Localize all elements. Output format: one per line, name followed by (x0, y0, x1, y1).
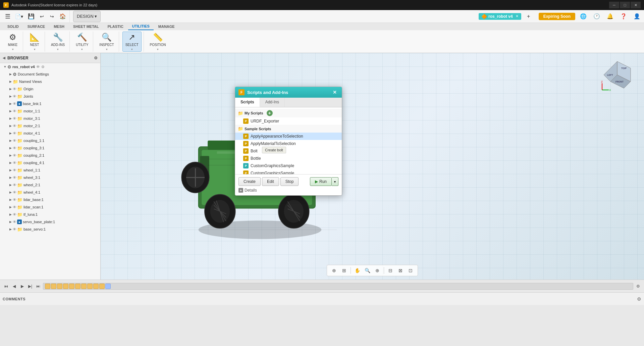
menu-button[interactable]: ☰ (3, 11, 12, 22)
browser-item-origin[interactable]: ▶ 👁 📁 Origin (0, 85, 100, 93)
clock-button[interactable]: 🕐 (591, 11, 602, 22)
vp-grid-button[interactable]: ⊞ (340, 266, 348, 275)
browser-item-tf-luna[interactable]: ▶ 👁 📁 tf_luna:1 (0, 211, 100, 218)
timeline-settings-button[interactable]: ⚙ (635, 283, 641, 290)
scripts-dialog-close-button[interactable]: ✕ (331, 89, 338, 96)
tab-sheet-metal[interactable]: SHEET METAL (69, 23, 103, 30)
browser-item-lidar-scan[interactable]: ▶ 👁 📁 lidar_scan:1 (0, 203, 100, 211)
browser-item-coupling-3[interactable]: ▶ 👁 📁 coupling_3:1 (0, 144, 100, 152)
vp-measure-button[interactable]: ⊕ (330, 266, 338, 275)
make-button[interactable]: ⚙ MAKE ▾ (5, 32, 21, 52)
redo-button[interactable]: ↪ (47, 11, 57, 22)
script-item-urdf-exporter[interactable]: P URDF_Exporter (235, 117, 342, 125)
timeline-marker-7[interactable] (81, 284, 87, 289)
tab-add-ins[interactable]: Add-Ins (260, 98, 285, 107)
browser-item-wheel-2[interactable]: ▶ 👁 📁 wheel_2:1 (0, 181, 100, 189)
timeline-marker-9[interactable] (93, 284, 99, 289)
browser-item-base-link[interactable]: ▶ 👁 ■ base_link:1 (0, 100, 100, 107)
timeline-marker-6[interactable] (75, 284, 80, 289)
add-script-button[interactable]: + (267, 110, 273, 116)
design-dropdown[interactable]: DESIGN ▾ (73, 11, 101, 22)
add-tab-button[interactable]: + (524, 11, 533, 22)
run-button[interactable]: ▶ Run (310, 177, 332, 186)
script-item-apply-material[interactable]: P ApplyMaterialToSelection (235, 140, 342, 147)
comments-settings-icon[interactable]: ⚙ (637, 296, 641, 302)
tab-utilities[interactable]: UTILITIES (128, 23, 154, 30)
timeline-marker-3[interactable] (57, 284, 62, 289)
tab-close-icon[interactable]: ✕ (516, 14, 519, 18)
browser-item-motor-2[interactable]: ▶ 👁 📁 motor_2:1 (0, 122, 100, 130)
browser-item-coupling-2[interactable]: ▶ 👁 📁 coupling_2:1 (0, 152, 100, 159)
viewport[interactable]: TOP FRONT LEFT Z X F Scripts and Add-Ins… (101, 53, 644, 280)
browser-item-motor-1[interactable]: ▶ 👁 📁 motor_1:1 (0, 107, 100, 115)
browser-item-coupling-1[interactable]: ▶ 👁 📁 coupling_1:1 (0, 137, 100, 144)
nest-button[interactable]: 📐 NEST ▾ (26, 32, 43, 52)
browser-item-root[interactable]: ▼ ⚙ ros_robot v4 👁 ⚙ (0, 63, 100, 70)
run-dropdown-button[interactable]: ▾ (332, 177, 338, 186)
navcube[interactable]: TOP FRONT LEFT Z X (600, 60, 634, 93)
timeline-track[interactable] (43, 283, 633, 290)
browser-online-button[interactable]: 🌐 (578, 11, 589, 22)
browser-content[interactable]: ▼ ⚙ ros_robot v4 👁 ⚙ ▶ ⚙ Document Settin… (0, 63, 100, 280)
vp-zoom-fit-button[interactable]: ⊕ (373, 266, 382, 275)
select-button[interactable]: ↗ SELECT ▾ (122, 32, 142, 52)
expiring-soon-button[interactable]: Expiring Soon (539, 13, 575, 20)
browser-item-wheel-4[interactable]: ▶ 👁 📁 wheel_4:1 (0, 189, 100, 196)
browser-item-coupling-4[interactable]: ▶ 👁 📁 coupling_4:1 (0, 159, 100, 166)
browser-item-base-servo[interactable]: ▶ 👁 📁 base_servo:1 (0, 226, 100, 233)
home-button[interactable]: 🏠 (57, 11, 68, 22)
undo-button[interactable]: ↩ (37, 11, 47, 22)
tab-plastic[interactable]: PLASTIC (104, 23, 127, 30)
tab-surface[interactable]: SURFACE (23, 23, 49, 30)
browser-item-named-views[interactable]: ▶ 📁 Named Views (0, 78, 100, 85)
vp-display-mode-button[interactable]: ⊟ (386, 266, 395, 275)
browser-item-joints[interactable]: ▶ 👁 📁 Joints (0, 93, 100, 100)
browser-item-motor-3[interactable]: ▶ 👁 📁 motor_3:1 (0, 115, 100, 122)
vp-pan-button[interactable]: ✋ (353, 266, 362, 275)
scripts-details-section[interactable]: + Details (238, 188, 338, 193)
timeline-marker-11[interactable] (105, 284, 111, 289)
save-button[interactable]: 💾 (26, 11, 37, 22)
stop-button[interactable]: Stop (280, 177, 299, 186)
browser-item-wheel-1[interactable]: ▶ 👁 📁 wheel_1:1 (0, 166, 100, 174)
scripts-list[interactable]: 📁 My Scripts + P URDF_Exporter 📁 Sample … (235, 107, 342, 175)
browser-settings-icon[interactable]: ⚙ (94, 56, 98, 60)
vp-zoom-button[interactable]: 🔍 (363, 266, 372, 275)
timeline-next-button[interactable]: ▶| (27, 283, 34, 290)
timeline-marker-5[interactable] (69, 284, 74, 289)
inspect-button[interactable]: 🔍 INSPECT ▾ (97, 32, 116, 52)
addins-button[interactable]: 🔧 ADD-INS ▾ (48, 32, 67, 52)
script-item-bottle[interactable]: P Bottle (235, 155, 342, 162)
edit-button[interactable]: Edit (262, 177, 279, 186)
timeline-marker-1[interactable] (45, 284, 50, 289)
timeline-last-button[interactable]: ⏭ (35, 283, 42, 290)
create-button[interactable]: Create (238, 177, 261, 186)
browser-item-wheel-3[interactable]: ▶ 👁 📁 wheel_3:1 (0, 174, 100, 181)
tab-solid[interactable]: SOLID (3, 23, 23, 30)
tab-mesh[interactable]: MESH (50, 23, 68, 30)
timeline-first-button[interactable]: ⏮ (3, 283, 9, 290)
vp-grid-snap-button[interactable]: ⊡ (406, 266, 415, 275)
timeline-play-button[interactable]: ▶ (19, 283, 25, 290)
utility-button[interactable]: 🔨 UTILITY ▾ (73, 32, 91, 52)
close-button[interactable]: ✕ (631, 2, 641, 8)
browser-item-servo-base-plate[interactable]: ▶ 👁 ■ servo_base_plate:1 (0, 218, 100, 226)
user-button[interactable]: 👤 (632, 11, 642, 22)
file-button[interactable]: 📄▾ (13, 11, 25, 22)
timeline-marker-8[interactable] (87, 284, 93, 289)
browser-item-lidar-base[interactable]: ▶ 👁 📁 lidar_base:1 (0, 196, 100, 203)
vp-section-button[interactable]: ⊠ (396, 266, 405, 275)
position-button[interactable]: 📏 POSITION ▾ (147, 32, 169, 52)
help-button[interactable]: ❓ (618, 11, 629, 22)
script-item-custom-graphics-2[interactable]: P CustomGraphicsSample (235, 169, 342, 175)
timeline-prev-button[interactable]: ◀ (11, 283, 17, 290)
timeline-marker-4[interactable] (63, 284, 68, 289)
script-item-apply-appearance[interactable]: P ApplyAppearanceToSelection (235, 133, 342, 140)
maximize-button[interactable]: □ (620, 2, 630, 8)
timeline-marker-10[interactable] (99, 284, 105, 289)
tab-manage[interactable]: MANAGE (154, 23, 179, 30)
notification-button[interactable]: 🔔 (605, 11, 615, 22)
browser-expand-icon[interactable]: ◀ (3, 56, 5, 60)
tab-scripts[interactable]: Scripts (235, 98, 260, 107)
timeline-marker-2[interactable] (51, 284, 56, 289)
